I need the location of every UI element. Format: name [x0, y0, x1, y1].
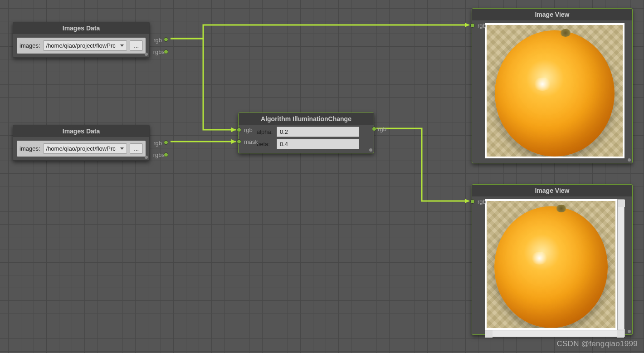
node-images-data-1[interactable]: Images Data images: /home/qiao/project/f…: [13, 22, 150, 58]
port-label-rgb-in: rgb: [478, 198, 486, 205]
node-image-view-2[interactable]: Image View rgb: [472, 184, 633, 335]
resize-handle[interactable]: [369, 148, 372, 152]
resize-handle[interactable]: [628, 330, 631, 333]
watermark: CSDN @fengqiao1999: [556, 339, 638, 348]
image-preview-2: [487, 201, 615, 328]
node-title: Images Data: [13, 125, 149, 137]
port-in-rgb[interactable]: [237, 127, 241, 132]
port-label-rgb-out: rgb: [378, 126, 386, 132]
alpha-label: alpha:: [257, 128, 275, 135]
port-label-rgb-in: rgb: [244, 127, 253, 133]
alpha-input[interactable]: [277, 127, 359, 137]
chevron-down-icon: [120, 147, 124, 150]
chevron-down-icon: [120, 44, 124, 47]
scrollbar-vertical[interactable]: [617, 199, 624, 337]
port-out-rgbs[interactable]: [164, 49, 168, 54]
port-out-rgb[interactable]: [164, 37, 168, 42]
image-preview-1: [487, 25, 623, 157]
port-label-rgbs: rgbs: [153, 49, 165, 55]
port-in-rgb[interactable]: [470, 199, 475, 204]
node-image-view-1[interactable]: Image View rgb: [472, 8, 633, 163]
images-path-value: /home/qiao/project/flowPrc: [46, 42, 116, 49]
images-path-combo[interactable]: /home/qiao/project/flowPrc: [43, 143, 127, 154]
resize-handle[interactable]: [628, 158, 631, 162]
scroll-left-icon[interactable]: [485, 330, 493, 338]
port-out-rgb[interactable]: [372, 127, 376, 131]
browse-button[interactable]: ...: [130, 40, 143, 51]
port-label-rgb: rgb: [153, 140, 162, 147]
node-title: Image View: [472, 185, 632, 196]
beta-label: beta:: [257, 141, 275, 147]
images-path-combo[interactable]: /home/qiao/project/flowPrc: [43, 40, 127, 51]
beta-input[interactable]: [277, 139, 359, 149]
node-title: Algorithm IlluminationChange: [239, 113, 374, 125]
images-label: images:: [20, 42, 40, 49]
resize-handle[interactable]: [145, 156, 148, 159]
port-label-rgb: rgb: [153, 37, 162, 44]
port-in-mask[interactable]: [237, 139, 241, 144]
node-title: Image View: [472, 9, 632, 20]
port-out-rgb[interactable]: [164, 140, 168, 145]
port-label-rgbs: rgbs: [153, 152, 165, 158]
scroll-up-icon[interactable]: [618, 200, 625, 207]
node-title: Images Data: [13, 22, 149, 34]
port-in-rgb[interactable]: [470, 23, 475, 28]
port-label-rgb-in: rgb: [478, 22, 486, 29]
scrollbar-horizontal[interactable]: [485, 330, 624, 337]
resize-handle[interactable]: [145, 53, 148, 56]
port-label-mask-in: mask: [244, 138, 258, 145]
images-path-value: /home/qiao/project/flowPrc: [46, 145, 116, 152]
browse-button[interactable]: ...: [130, 143, 143, 154]
scroll-right-icon[interactable]: [617, 330, 624, 338]
images-label: images:: [20, 145, 40, 152]
node-algorithm-illuminationchange[interactable]: Algorithm IlluminationChange alpha: beta…: [238, 113, 374, 153]
port-out-rgbs[interactable]: [164, 152, 168, 157]
node-images-data-2[interactable]: Images Data images: /home/qiao/project/f…: [13, 125, 150, 161]
